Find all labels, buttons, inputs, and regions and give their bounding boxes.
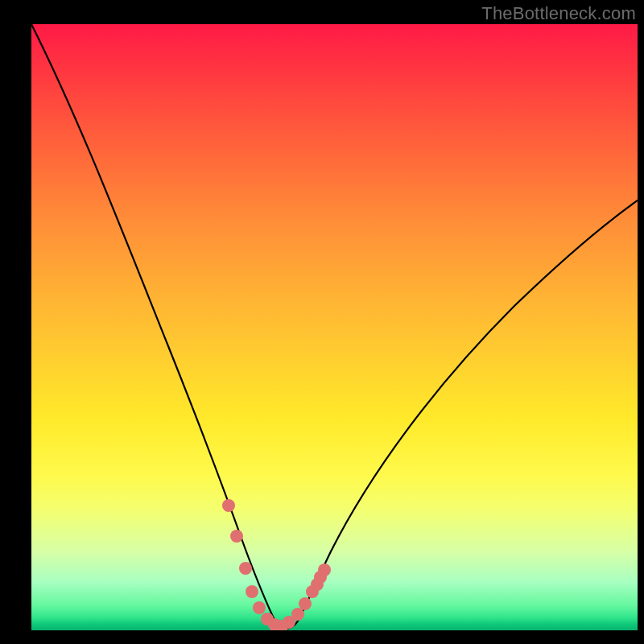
plot-gradient-background bbox=[31, 24, 638, 630]
watermark-text: TheBottleneck.com bbox=[481, 3, 636, 24]
chart-stage: TheBottleneck.com bbox=[0, 0, 644, 644]
